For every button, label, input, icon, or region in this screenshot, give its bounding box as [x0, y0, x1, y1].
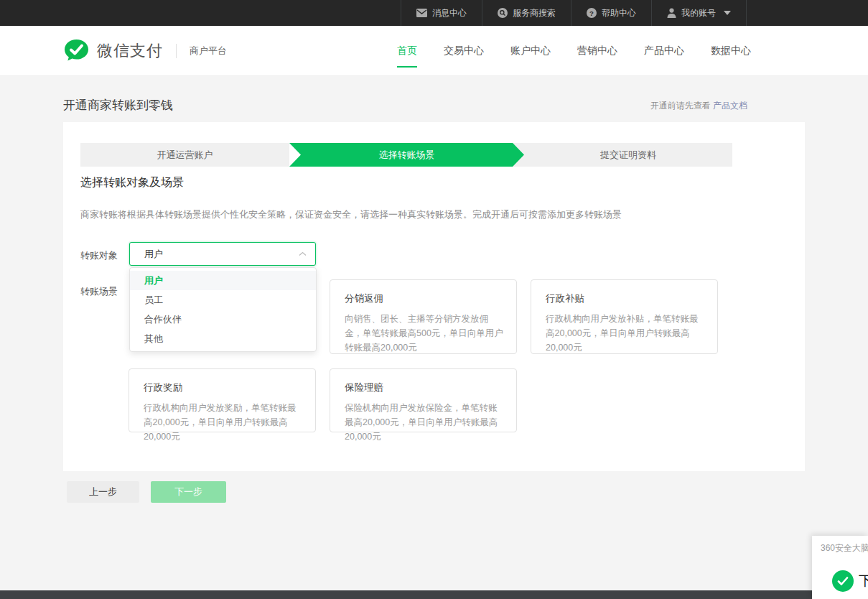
- tab-transaction-center[interactable]: 交易中心: [444, 40, 484, 62]
- topbar-item-label: 消息中心: [432, 7, 467, 19]
- scene-card-admin-reward[interactable]: 行政奖励 行政机构向用户发放奖励，单笔转账最高20,000元，单日向单用户转账最…: [129, 368, 316, 432]
- popup-title: 360安全大脑: [821, 542, 868, 554]
- scene-card-insurance-claim[interactable]: 保险理赔 保险机构向用户发放保险金，单笔转账最高20,000元，单日向单用户转账…: [330, 368, 517, 432]
- scene-card-description: 行政机构向用户发放奖励，单笔转账最高20,000元，单日向单用户转账最高20,0…: [144, 401, 302, 444]
- scene-card-title: 保险理赔: [345, 381, 503, 394]
- dropdown-option-partner[interactable]: 合作伙伴: [130, 310, 316, 329]
- topbar-item-help[interactable]: ? 帮助中心: [571, 0, 651, 26]
- brand: 微信支付 商户平台: [63, 26, 227, 76]
- transfer-target-dropdown: 用户 员工 合作伙伴 其他: [129, 267, 317, 352]
- dropdown-option-other[interactable]: 其他: [130, 329, 316, 348]
- popup-action-row[interactable]: 下: [832, 570, 868, 592]
- 360-security-popup[interactable]: 360安全大脑 下: [812, 536, 868, 599]
- scene-card-description: 行政机构向用户发放补贴，单笔转账最高20,000元，单日向单用户转账最高20,0…: [546, 312, 704, 355]
- brand-name: 微信支付: [97, 40, 163, 62]
- section-title: 选择转账对象及场景: [80, 175, 184, 190]
- step-open-account: 开通运营账户: [80, 143, 289, 167]
- scene-card-description: 向销售、团长、主播等分销方发放佣金，单笔转账最高500元，单日向单用户转账最高2…: [345, 312, 503, 355]
- brand-sub-title: 商户平台: [190, 45, 227, 57]
- transfer-target-label: 转账对象: [80, 249, 118, 262]
- tab-account-center[interactable]: 账户中心: [510, 40, 551, 62]
- tab-data-center[interactable]: 数据中心: [711, 40, 751, 62]
- header: 微信支付 商户平台 首页 交易中心 账户中心 营销中心 产品中心 数据中心: [0, 26, 868, 76]
- dropdown-option-employee[interactable]: 员工: [130, 290, 316, 310]
- doc-hint-row: 开通前请先查看 产品文档: [650, 100, 747, 112]
- chevron-down-icon: [724, 11, 731, 15]
- topbar-item-label: 服务商搜索: [513, 7, 556, 19]
- help-icon: ?: [587, 8, 597, 18]
- prev-step-button[interactable]: 上一步: [67, 481, 139, 503]
- transfer-target-value: 用户: [144, 248, 299, 261]
- topbar-divider: [746, 0, 747, 26]
- page-title: 开通商家转账到零钱: [63, 97, 173, 113]
- tab-product-center[interactable]: 产品中心: [644, 40, 684, 62]
- scene-card-description: 保险机构向用户发放保险金，单笔转账最高20,000元，单日向单用户转账最高20,…: [345, 401, 503, 444]
- svg-text:?: ?: [589, 9, 594, 17]
- wechat-pay-logo-icon: [63, 38, 90, 64]
- main-nav: 首页 交易中心 账户中心 营销中心 产品中心 数据中心: [397, 26, 751, 76]
- transfer-target-select[interactable]: 用户: [129, 242, 316, 266]
- search-icon: [498, 8, 508, 18]
- doc-hint-text: 开通前请先查看: [650, 101, 713, 111]
- main-panel: 开通运营账户 选择转账场景 提交证明资料 选择转账对象及场景 商家转账将根据具体…: [63, 122, 805, 471]
- check-circle-icon: [832, 570, 854, 592]
- scene-card-title: 行政补贴: [546, 292, 704, 305]
- topbar-item-messages[interactable]: 消息中心: [401, 0, 482, 26]
- step-choose-scene: 选择转账场景: [289, 143, 524, 167]
- product-doc-link[interactable]: 产品文档: [713, 101, 747, 111]
- scene-card-title: 行政奖励: [144, 381, 302, 394]
- footer-bar: [0, 590, 868, 599]
- brand-divider: [176, 44, 177, 58]
- chevron-up-icon: [299, 251, 307, 256]
- action-button-row: 上一步 下一步: [67, 481, 226, 503]
- next-step-button[interactable]: 下一步: [151, 481, 226, 503]
- tab-home[interactable]: 首页: [397, 40, 417, 62]
- stepper: 开通运营账户 选择转账场景 提交证明资料: [80, 143, 732, 167]
- mail-icon: [416, 9, 427, 17]
- popup-action-text: 下: [859, 572, 868, 590]
- topbar: 消息中心 服务商搜索 ? 帮助中心 我的账号: [0, 0, 868, 26]
- scene-card-title: 分销返佣: [345, 292, 503, 305]
- topbar-item-label: 帮助中心: [602, 7, 636, 19]
- section-description: 商家转账将根据具体转账场景提供个性化安全策略，保证资金安全，请选择一种真实转账场…: [80, 208, 622, 221]
- dropdown-option-user[interactable]: 用户: [130, 271, 316, 290]
- scene-card-admin-subsidy[interactable]: 行政补贴 行政机构向用户发放补贴，单笔转账最高20,000元，单日向单用户转账最…: [531, 279, 718, 354]
- topbar-item-provider-search[interactable]: 服务商搜索: [482, 0, 571, 26]
- topbar-item-label: 我的账号: [681, 7, 716, 19]
- user-icon: [667, 8, 676, 18]
- tab-marketing-center[interactable]: 营销中心: [577, 40, 617, 62]
- transfer-scene-label: 转账场景: [80, 285, 118, 298]
- scene-card-distribution-commission[interactable]: 分销返佣 向销售、团长、主播等分销方发放佣金，单笔转账最高500元，单日向单用户…: [330, 279, 517, 354]
- step-submit-proof: 提交证明资料: [513, 143, 732, 167]
- topbar-item-account[interactable]: 我的账号: [652, 0, 746, 26]
